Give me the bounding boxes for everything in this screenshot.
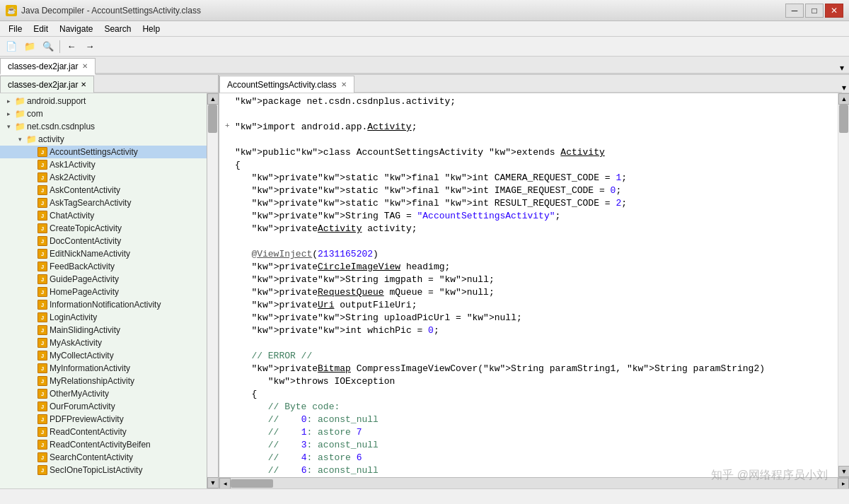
- scroll-track[interactable]: [207, 105, 218, 477]
- code-line: "kw">private Uri outputFileUri;: [219, 300, 838, 312]
- minimize-button[interactable]: ─: [785, 4, 804, 18]
- tree-item[interactable]: JGuidePageActivity: [0, 273, 207, 286]
- back-button[interactable]: ←: [63, 39, 80, 54]
- code-line: {: [219, 389, 838, 402]
- tree-item[interactable]: JReadContentActivityBeifen: [0, 438, 207, 451]
- tree-item[interactable]: ▸📁android.support: [0, 95, 207, 107]
- tree-item[interactable]: JAccountSettingsActivity: [0, 146, 207, 158]
- folder-icon: 📁: [25, 134, 37, 145]
- tree-toggle[interactable]: ▸: [3, 95, 14, 107]
- tree-toggle[interactable]: ▾: [3, 120, 14, 133]
- tree-item[interactable]: JLoginActivity: [0, 311, 207, 324]
- file-tab-label: classes-dex2jar.jar: [8, 61, 78, 71]
- tree-view[interactable]: ▸📁android.support▸📁com▾📁net.csdn.csdnplu…: [0, 93, 207, 488]
- file-tab-close[interactable]: ✕: [82, 62, 88, 70]
- tree-toggle[interactable]: ▾: [14, 133, 25, 146]
- tree-toggle[interactable]: ▸: [3, 107, 14, 120]
- code-line: "kw">private "kw">String uploadPicUrl = …: [219, 312, 838, 325]
- collapse-btn-empty: [225, 440, 232, 448]
- file-icon: J: [37, 401, 48, 412]
- tree-item[interactable]: JOurForumActivity: [0, 400, 207, 413]
- file-icon: J: [37, 350, 48, 361]
- editor-tab-main[interactable]: AccountSettingsActivity.class ✕: [219, 76, 354, 93]
- tree-item[interactable]: JAsk1Activity: [0, 158, 207, 171]
- scroll-right-arrow[interactable]: ▸: [838, 478, 849, 489]
- code-text: // 4: astore 6: [235, 452, 362, 463]
- tree-toggle-empty: [25, 336, 37, 349]
- tree-item[interactable]: JSecIOneTopicListActivity: [0, 464, 207, 476]
- file-tab-classes[interactable]: classes-dex2jar.jar ✕: [0, 58, 96, 75]
- tree-item[interactable]: JFeedBackActivity: [0, 260, 207, 273]
- code-scroll-thumb[interactable]: [839, 105, 848, 133]
- tree-item[interactable]: JInformationNotificationActivity: [0, 298, 207, 311]
- file-icon: J: [37, 223, 48, 234]
- bottom-scrollbar[interactable]: ◂ ▸: [219, 477, 849, 488]
- scroll-down-arrow[interactable]: ▼: [207, 477, 218, 488]
- tree-label: AskContentActivity: [50, 185, 120, 195]
- open-file-button[interactable]: 📁: [21, 39, 38, 54]
- tree-item[interactable]: JMyInformationActivity: [0, 362, 207, 375]
- tree-item[interactable]: JSearchContentActivity: [0, 451, 207, 464]
- tree-item[interactable]: JChatActivity: [0, 209, 207, 222]
- code-line: // 1: astore 7: [219, 427, 838, 440]
- tree-item[interactable]: JPDFPreviewActivity: [0, 413, 207, 426]
- code-line: // 0: aconst_null: [219, 414, 838, 427]
- tree-item[interactable]: JHomePageActivity: [0, 286, 207, 298]
- tree-item[interactable]: JMyAskActivity: [0, 336, 207, 349]
- scroll-thumb[interactable]: [208, 105, 217, 133]
- tree-item[interactable]: ▸📁com: [0, 107, 207, 120]
- find-button[interactable]: 🔍: [40, 39, 57, 54]
- tree-item[interactable]: JDocContentActivity: [0, 235, 207, 247]
- tree-item[interactable]: JMyRelationshipActivity: [0, 375, 207, 387]
- scroll-left-arrow[interactable]: ◂: [219, 478, 231, 489]
- tab-dropdown-btn[interactable]: ▾: [835, 63, 849, 74]
- tree-item[interactable]: JEditNickNameActivity: [0, 247, 207, 260]
- left-panel-tab[interactable]: classes-dex2jar.jar ✕: [0, 76, 94, 93]
- tree-item[interactable]: ▾📁activity: [0, 133, 207, 146]
- tree-item[interactable]: JAskContentActivity: [0, 184, 207, 197]
- h-scroll-thumb[interactable]: [231, 479, 273, 488]
- menu-help[interactable]: Help: [137, 23, 166, 35]
- code-text: "kw">private: [235, 363, 318, 374]
- left-scrollbar[interactable]: ▲ ▼: [207, 93, 218, 488]
- collapse-btn-empty: [225, 223, 232, 232]
- tree-label: activity: [38, 134, 64, 144]
- code-scroll-track[interactable]: [838, 105, 849, 466]
- left-panel-tab-close[interactable]: ✕: [81, 81, 86, 88]
- left-panel: classes-dex2jar.jar ✕ ▸📁android.support▸…: [0, 75, 219, 488]
- tree-item[interactable]: JMyCollectActivity: [0, 349, 207, 362]
- collapse-btn-empty: [225, 312, 232, 321]
- code-area[interactable]: "kw">package net.csdn.csdnplus.activity;…: [219, 93, 838, 477]
- expand-icon[interactable]: ▾: [842, 83, 846, 93]
- code-scrollbar[interactable]: ▲ ▼: [838, 93, 849, 477]
- tree-item[interactable]: JOtherMyActivity: [0, 387, 207, 400]
- tree-toggle-empty: [25, 311, 37, 324]
- tree-label: MyCollectActivity: [50, 351, 114, 361]
- tree-item[interactable]: ▾📁net.csdn.csdnplus: [0, 120, 207, 133]
- code-text: "kw">private: [235, 274, 318, 285]
- h-scroll-track[interactable]: [231, 478, 838, 489]
- code-scroll-down[interactable]: ▼: [838, 466, 849, 477]
- editor-tab-close[interactable]: ✕: [341, 81, 347, 88]
- forward-button[interactable]: →: [81, 39, 98, 54]
- scroll-up-arrow[interactable]: ▲: [207, 93, 218, 105]
- tree-toggle-empty: [25, 197, 37, 209]
- tree-item[interactable]: JReadContentActivity: [0, 426, 207, 438]
- menu-edit[interactable]: Edit: [28, 23, 54, 35]
- tree-toggle-empty: [25, 184, 37, 197]
- collapse-btn[interactable]: +: [225, 122, 232, 130]
- menu-navigate[interactable]: Navigate: [54, 23, 98, 35]
- code-text: "kw">private: [235, 287, 318, 298]
- code-scroll-up[interactable]: ▲: [838, 93, 849, 105]
- close-button[interactable]: ✕: [825, 4, 843, 18]
- new-file-button[interactable]: 📄: [3, 39, 20, 54]
- tree-item[interactable]: JAskTagSearchActivity: [0, 197, 207, 209]
- code-line: @ViewInject(2131165202): [219, 249, 838, 262]
- tree-item[interactable]: JCreateTopicActivity: [0, 222, 207, 235]
- menu-file[interactable]: File: [3, 23, 28, 35]
- maximize-button[interactable]: □: [805, 4, 824, 18]
- menu-search[interactable]: Search: [98, 23, 137, 35]
- tree-item[interactable]: JMainSlidingActivity: [0, 324, 207, 336]
- tree-item[interactable]: JAsk2Activity: [0, 171, 207, 184]
- tree-toggle-empty: [25, 349, 37, 362]
